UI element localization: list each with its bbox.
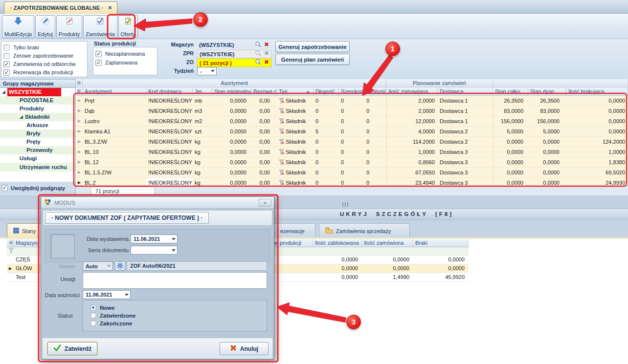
- filter-cell[interactable]: [313, 247, 362, 256]
- tab-ezerwacje[interactable]: ezerwacje: [274, 223, 315, 238]
- filter-cell[interactable]: [362, 247, 413, 256]
- column-header-bazowa-ce-[interactable]: Bazowa ce...: [251, 87, 277, 96]
- column-header-stan-minimalny[interactable]: Stan minimalny: [212, 87, 251, 96]
- valid-date-select[interactable]: 11.06.2021: [83, 290, 131, 299]
- filter-checkbox-zam-wienia-od-odbiorc-w[interactable]: ✓Zamówienia od odbiorców: [3, 60, 76, 68]
- column-header-jm[interactable]: Jm: [193, 87, 212, 96]
- table-row[interactable]: ▶Dąb!NIEOKREŚLONYm30,00000,00Składnik000…: [76, 106, 628, 116]
- number-mode-select[interactable]: Auto: [83, 261, 113, 271]
- table-row[interactable]: ▶Pręt!NIEOKREŚLONYmb0,00000,00Składnik00…: [76, 96, 628, 106]
- tree-item-label: Produkty: [20, 105, 44, 113]
- column-header-grubo-[interactable]: Grubość: [364, 87, 386, 96]
- row-indicator-icon: ▶: [76, 96, 83, 106]
- column-header-ilo-brakuj-ca[interactable]: Ilość brakująca: [566, 87, 628, 96]
- toolbar-button-oferty[interactable]: Oferty: [118, 15, 138, 38]
- table-row[interactable]: ▶BL.12!NIEOKREŚLONYkg0,00000,00Składnik0…: [76, 157, 628, 168]
- cell-asortyment: Klamka A1: [83, 127, 146, 136]
- search-icon[interactable]: [255, 41, 262, 48]
- tree-item-bry-y[interactable]: Bryły: [0, 129, 75, 138]
- toolbar-button-edytuj[interactable]: Edytuj: [35, 15, 55, 38]
- column-header-szeroko-[interactable]: Szerokość: [339, 87, 364, 96]
- details-column-ilo-zam-wiona[interactable]: Ilość zamówiona: [362, 239, 413, 247]
- column-header-kod-dostawcy[interactable]: Kod dostawcy: [146, 87, 193, 96]
- week-select[interactable]: -: [197, 67, 217, 75]
- arrow-down-icon: [14, 17, 22, 26]
- tree-item-przewody[interactable]: Przewody: [0, 146, 75, 154]
- column-header-ilo-zamawiana[interactable]: Ilość zamawiana: [386, 87, 438, 96]
- tab-zapotrzebowanie-globalne[interactable]: · ZAPOTRZEBOWANIE GLOBALNE · ×: [4, 1, 117, 14]
- tree-item-us-ugi[interactable]: Usługi: [0, 154, 75, 163]
- lookup-label-magazyn: Magazyn: [161, 42, 194, 47]
- toolbar-button-multiedycja[interactable]: MultiEdycja: [2, 15, 34, 38]
- column-header-dostawca[interactable]: Dostawca: [438, 87, 493, 96]
- column-header-typ[interactable]: Typ: [277, 87, 314, 96]
- table-row[interactable]: ▶Lustro!NIEOKREŚLONYm20,00000,00Składnik…: [76, 116, 628, 127]
- table-row[interactable]: ▶BL.10!NIEOKREŚLONYkg0,00000,00Składnik0…: [76, 147, 628, 157]
- cell-typ: Składnik: [277, 127, 314, 136]
- notes-textarea[interactable]: [83, 272, 267, 289]
- issue-date-select[interactable]: 11.06.2021: [131, 235, 178, 243]
- status-checkbox-zaplanowana[interactable]: ✓Zaplanowana: [95, 59, 137, 66]
- dialog-title-bar[interactable]: MODUS: [41, 197, 274, 209]
- status-produkcji-title: Status produkcji: [94, 41, 136, 46]
- number-label: Numer: [45, 263, 75, 269]
- clear-icon[interactable]: ✖: [264, 59, 271, 66]
- status-radio-zatwierdzone[interactable]: Zatwierdzone: [90, 312, 135, 319]
- checkbox-unchecked-icon: [3, 44, 10, 51]
- search-icon[interactable]: [255, 59, 262, 66]
- filter-cell[interactable]: [272, 247, 313, 256]
- tab-zam-wienia-sprzeda-y[interactable]: Zamówienia sprzedaży: [319, 223, 410, 238]
- toolbar-button-produkty[interactable]: Produkty: [56, 15, 82, 38]
- status-radio-zako-czone[interactable]: Zakończone: [90, 320, 132, 327]
- table-row[interactable]: ▶BL.1.5.Z/W!NIEOKREŚLONYkg0,00000,00Skła…: [76, 168, 628, 178]
- number-settings-button[interactable]: [115, 261, 125, 271]
- cancel-button[interactable]: Anuluj: [220, 342, 269, 355]
- table-row[interactable]: ▶Klamka A1!NIEOKREŚLONYszt0,00000,00Skła…: [76, 127, 628, 137]
- grid-customize-icon[interactable]: [7, 239, 14, 247]
- tree-item-utrzymanie-ruchu[interactable]: Utrzymanie ruchu: [0, 163, 75, 171]
- details-column-w-produkcji[interactable]: w produkcji: [272, 239, 313, 247]
- table-row[interactable]: ▶BL.3.Z/W!NIEOKREŚLONYkg0,00000,00Składn…: [76, 137, 628, 147]
- column-header-stan-dysp-[interactable]: Stan dysp...: [528, 87, 566, 96]
- status-checkbox-niezaplanowana[interactable]: ✓Niezaplanowana: [95, 50, 145, 58]
- grid-customize-icon[interactable]: [76, 79, 83, 87]
- clear-icon[interactable]: ✖: [264, 41, 271, 48]
- filter-checkbox-zerowe-zapotrzebowanie[interactable]: Zerowe zapotrzebowanie: [3, 52, 73, 60]
- tree-item-pr-ty[interactable]: Pręty: [0, 138, 75, 146]
- column-header-stan-ca-ko-[interactable]: Stan całko...: [493, 87, 528, 96]
- cell-jm: m3: [193, 106, 212, 116]
- clear-icon[interactable]: ✖: [264, 50, 271, 57]
- tree-item-wszystkie[interactable]: WSZYSTKIE: [0, 88, 75, 96]
- details-column-ilo-zablokowana[interactable]: Ilość zablokowana: [313, 239, 362, 247]
- column-header-d-ugo-[interactable]: Długość: [314, 87, 339, 96]
- tree-expanded-icon[interactable]: [20, 115, 23, 119]
- details-cell: 0,0000: [313, 264, 362, 273]
- details-column-braki[interactable]: Braki: [413, 239, 469, 247]
- tree-item-pozosta-e[interactable]: POZOSTAŁE: [0, 96, 75, 105]
- generate-demand-button[interactable]: Generuj zapotrzebowanie: [275, 41, 350, 52]
- tab-close-icon[interactable]: ×: [108, 5, 112, 10]
- filter-checkbox-tylko-braki[interactable]: Tylko braki: [3, 43, 39, 51]
- generate-order-plan-button[interactable]: Generuj plan zamówień: [275, 54, 350, 65]
- toolbar-button-zam-wienia[interactable]: Zamówienia: [83, 15, 117, 38]
- grid-customize-icon[interactable]: [76, 87, 83, 96]
- filter-checkbox-rezerwacja-dla-produkcji[interactable]: ✓Rezerwacja dla produkcji: [3, 68, 73, 76]
- panel-splitter-grip[interactable]: [72, 135, 75, 151]
- cell-grubo-: 0: [364, 137, 386, 147]
- search-icon[interactable]: [255, 50, 262, 57]
- tree-expanded-icon[interactable]: [2, 90, 5, 94]
- column-header-asortyment[interactable]: Asortyment: [83, 87, 146, 96]
- series-select[interactable]: [131, 246, 178, 255]
- dialog-close-button[interactable]: ×: [259, 199, 271, 207]
- tree-item-arkusze[interactable]: Arkusze: [0, 121, 75, 129]
- document-image-placeholder[interactable]: [50, 234, 75, 258]
- include-subgroups-checkbox[interactable]: ✓ Uwzględnij podgrupy: [1, 185, 65, 191]
- filter-cell[interactable]: [413, 247, 469, 256]
- tree-item-skladniki[interactable]: Skladniki: [0, 113, 75, 121]
- confirm-button[interactable]: Zatwierdź: [47, 342, 97, 355]
- cell-jm: kg: [193, 147, 212, 157]
- horizontal-splitter-grip[interactable]: [342, 202, 348, 207]
- cell-ilo-brakuj-ca: 0,0000: [566, 116, 628, 126]
- tree-item-produkty[interactable]: Produkty: [0, 105, 75, 113]
- status-radio-nowe[interactable]: Nowe: [90, 304, 115, 311]
